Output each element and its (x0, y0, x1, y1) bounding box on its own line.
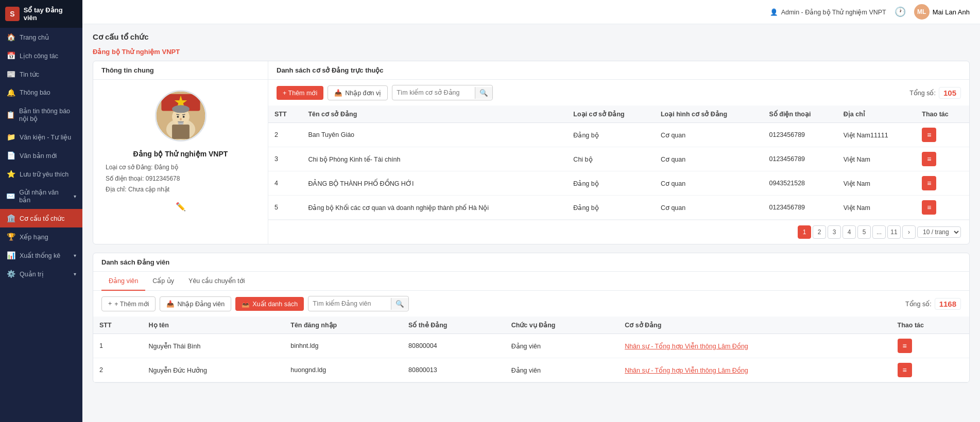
them-moi-dv-button[interactable]: + + Thêm mới (101, 296, 156, 311)
xuat-danh-sach-button[interactable]: 📤 Xuất danh sách (235, 297, 304, 311)
thong-bao-icon: 🔔 (6, 89, 15, 97)
page-btn-1[interactable]: 1 (798, 225, 811, 239)
row-action-button[interactable]: ≡ (922, 176, 936, 190)
dv-action-button[interactable]: ≡ (898, 339, 912, 353)
search-dang-vien-input[interactable] (308, 298, 391, 309)
search-icon-button[interactable]: 🔍 (475, 87, 492, 99)
sidebar-item-trang-chu[interactable]: 🏠 Trang chủ (0, 28, 82, 46)
sidebar-item-gui-nhan-van-ban[interactable]: ✉️ Gửi nhận văn bản ▾ (0, 183, 82, 209)
ban-tin-noi-bo-icon: 📋 (6, 111, 15, 119)
nhap-icon: 📥 (334, 89, 342, 97)
top-header: 👤 Admin - Đảng bộ Thử nghiệm VNPT 🕐 ML M… (82, 0, 980, 24)
tab-cap-uy[interactable]: Cấp ủy (145, 272, 181, 291)
page-btn-11[interactable]: 11 (887, 225, 901, 239)
right-panel-header: Danh sách cơ sở Đảng trực thuộc (268, 61, 969, 80)
profile-area: Đảng bộ Thử nghiệm VNPT Loại cơ sở Đảng:… (93, 80, 268, 222)
table-row: 3 Chi bộ Phòng Kinh tế- Tài chính Chi bộ… (268, 147, 969, 171)
van-ban-moi-icon: 📄 (6, 151, 15, 160)
row-action-button[interactable]: ≡ (922, 200, 936, 215)
page-btn-3[interactable]: 3 (828, 225, 841, 239)
sidebar-label-co-cau-to-chuc: Cơ cấu tổ chức (20, 215, 65, 222)
dv-action-button[interactable]: ≡ (898, 363, 912, 377)
phone-cell: 0943521528 (763, 171, 837, 196)
nhap-don-vi-button[interactable]: 📥 Nhập đơn vị (328, 85, 388, 100)
stt-cell: 3 (268, 147, 302, 171)
sidebar-label-gui-nhan-van-ban: Gửi nhận văn bản (19, 188, 70, 204)
sidebar-item-ban-tin-noi-bo[interactable]: 📋 Bản tin thông báo nội bộ (0, 102, 82, 128)
svg-point-12 (180, 118, 182, 120)
table-row: 1 Nguyễn Thái Bình binhnt.ldg 80800004 Đ… (93, 334, 969, 358)
page-btn-5[interactable]: 5 (857, 225, 871, 239)
sidebar-label-van-ban-moi: Văn bản mới (20, 152, 57, 160)
user-profile[interactable]: ML Mai Lan Anh (914, 4, 970, 20)
total-count: 105 (939, 87, 961, 99)
bcol-thao-tác: Thao tác (891, 316, 969, 334)
svg-point-5 (172, 105, 190, 113)
tab-yeu-cau-chuyen-toi[interactable]: Yêu cầu chuyển tới (181, 272, 252, 291)
stt-cell: 2 (93, 358, 143, 382)
sidebar-item-van-kien[interactable]: 📁 Văn kiện - Tư liệu (0, 128, 82, 146)
xep-hang-icon: 🏆 (6, 233, 15, 241)
right-panel-toolbar: + Thêm mới 📥 Nhập đơn vị 🔍 Tổng số: 105 (268, 80, 969, 106)
sidebar-label-lich-cong-tac: Lịch công tác (20, 52, 58, 60)
per-page-select[interactable]: 10 / trang 20 / trang (917, 226, 961, 238)
bcol-số-thẻ-đảng: Số thẻ Đảng (402, 316, 505, 334)
search-co-so-input[interactable] (392, 87, 475, 98)
avatar: ML (914, 4, 930, 20)
col-thao-tác: Thao tác (916, 106, 969, 123)
lich-cong-tac-icon: 📅 (6, 51, 15, 60)
dang-vien-table: STTHọ tênTên đăng nhậpSố thẻ ĐảngChức vụ… (93, 316, 969, 382)
phone-cell: 0123456789 (763, 147, 837, 171)
phone-cell: 0123456789 (763, 196, 837, 220)
co-so-cell: Nhân sự - Tổng hợp Viễn thông Lâm Đồng (618, 358, 891, 382)
sidebar-label-xuat-thong-ke: Xuất thống kê (20, 252, 60, 259)
sidebar-label-tin-tuc: Tin tức (20, 71, 39, 78)
sidebar-item-co-cau-to-chuc[interactable]: 🏛️ Cơ cấu tổ chức (0, 209, 82, 227)
ho-ten-cell: Nguyễn Thái Bình (143, 334, 285, 358)
col-loại-cơ-sở-đảng: Loại cơ sở Đảng (567, 106, 655, 123)
chuc-vu-cell: Đảng viên (505, 334, 619, 358)
pagination: 12345...11› 10 / trang 20 / trang (268, 220, 969, 244)
sidebar-item-thong-bao[interactable]: 🔔 Thông báo (0, 83, 82, 102)
sidebar-item-tin-tuc[interactable]: 📰 Tin tức (0, 65, 82, 83)
page-title: Cơ cấu tổ chức (93, 32, 970, 42)
sidebar-item-luu-tru[interactable]: ⭐ Lưu trữ yêu thích (0, 165, 82, 183)
row-action-button[interactable]: ≡ (922, 128, 936, 142)
sidebar-item-quan-tri[interactable]: ⚙️ Quản trị ▾ (0, 265, 82, 283)
profile-name: Đảng bộ Thử nghiệm VNPT (133, 150, 228, 158)
action-cell: ≡ (891, 358, 969, 382)
admin-label: Admin - Đảng bộ Thử nghiệm VNPT (781, 8, 886, 16)
stt-cell: 4 (268, 171, 302, 196)
so-the-cell: 80800004 (402, 334, 505, 358)
sidebar-label-thong-bao: Thông báo (20, 89, 50, 96)
search-dv-icon-button[interactable]: 🔍 (391, 298, 408, 310)
row-action-button[interactable]: ≡ (922, 152, 936, 166)
main-area: 👤 Admin - Đảng bộ Thử nghiệm VNPT 🕐 ML M… (82, 0, 980, 422)
tab-dang-vien[interactable]: Đảng viên (101, 272, 145, 291)
ten-cell: ĐẢNG BỘ THÀNH PHỐ ĐỒNG HỚI (302, 171, 567, 196)
them-moi-button[interactable]: + Thêm mới (277, 86, 323, 100)
svg-line-10 (176, 114, 179, 115)
loai-hinh-cell: Cơ quan (655, 123, 763, 147)
chevron-icon: ▾ (74, 253, 76, 258)
total-label: Tổng số: 105 (909, 87, 961, 99)
page-btn-4[interactable]: 4 (843, 225, 856, 239)
address-cell: Việt Nam (837, 171, 916, 196)
co-so-dang-table: STTTên cơ sở ĐảngLoại cơ sở ĐảngLoại hìn… (268, 106, 969, 220)
profile-avatar (155, 90, 207, 142)
page-btn-2[interactable]: 2 (813, 225, 826, 239)
sidebar-item-lich-cong-tac[interactable]: 📅 Lịch công tác (0, 46, 82, 65)
edit-icon[interactable]: ✏️ (176, 202, 186, 212)
ten-cell: Đảng bộ Khối các cơ quan và doanh nghiệp… (302, 196, 567, 220)
so-the-cell: 80800013 (402, 358, 505, 382)
phone-cell: 0123456789 (763, 123, 837, 147)
sidebar-item-van-ban-moi[interactable]: 📄 Văn bản mới (0, 146, 82, 165)
bottom-header: Danh sách Đảng viên (93, 253, 969, 272)
page-next-button[interactable]: › (902, 225, 916, 239)
sidebar-item-xuat-thong-ke[interactable]: 📊 Xuất thống kê ▾ (0, 246, 82, 265)
quan-tri-icon: ⚙️ (6, 270, 15, 278)
right-table-wrapper: STTTên cơ sở ĐảngLoại cơ sở ĐảngLoại hìn… (268, 106, 969, 220)
nhap-dang-vien-button[interactable]: 📥 Nhập Đảng viên (160, 296, 231, 311)
sidebar-item-xep-hang[interactable]: 🏆 Xếp hạng (0, 227, 82, 246)
chevron-icon: ▾ (74, 194, 76, 199)
